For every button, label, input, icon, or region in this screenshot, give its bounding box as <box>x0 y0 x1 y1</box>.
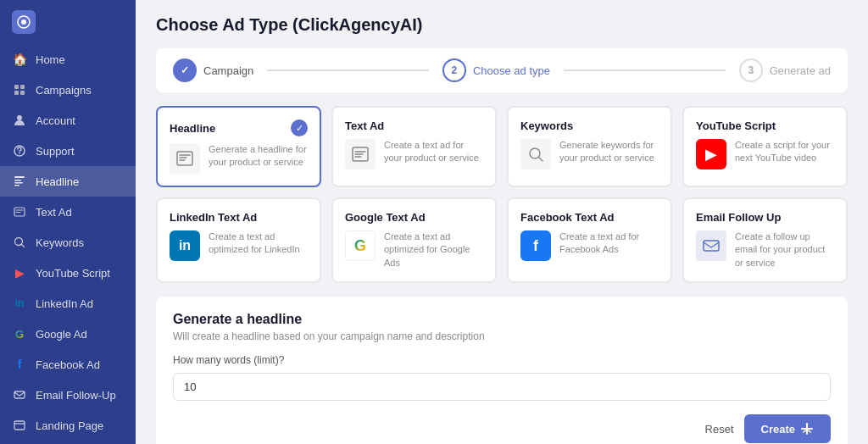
svg-point-1 <box>21 19 26 25</box>
ad-type-google-header: Google Text Ad <box>345 211 483 224</box>
campaigns-icon <box>12 82 27 97</box>
sidebar-item-account[interactable]: Account <box>0 105 136 136</box>
ad-type-youtube-name: YouTube Script <box>696 119 776 132</box>
sidebar-item-linkedin-label: LinkedIn Ad <box>36 297 93 310</box>
sidebar-item-email-label: Email Follow-Up <box>36 389 116 402</box>
textad-icon <box>12 204 27 219</box>
svg-rect-4 <box>14 91 19 95</box>
step-2-label: Choose ad type <box>473 64 550 77</box>
step-2: 2 Choose ad type <box>442 58 550 82</box>
ad-type-youtube[interactable]: YouTube Script ▶ Create a script for you… <box>682 106 848 187</box>
ad-type-keywords-content: Generate keywords for your product or se… <box>520 139 659 169</box>
ad-type-youtube-content: ▶ Create a script for your next YouTube … <box>696 139 834 169</box>
ad-type-textad[interactable]: Text Ad Create a text ad for your produc… <box>331 106 497 187</box>
svg-rect-5 <box>20 91 25 95</box>
ad-type-keywords-header: Keywords <box>520 119 659 132</box>
ad-type-keywords[interactable]: Keywords Generate keywords for your prod… <box>507 106 672 187</box>
ad-type-google-content: G Create a text ad optimized for Google … <box>345 230 483 269</box>
svg-point-6 <box>17 115 22 120</box>
sidebar-item-support[interactable]: Support <box>0 136 136 166</box>
sidebar-item-google[interactable]: G Google Ad <box>0 319 136 349</box>
landing-icon <box>12 418 27 433</box>
headline-icon <box>12 174 27 189</box>
ad-type-grid: Headline ✓ Generate a headline for your … <box>156 106 848 283</box>
linkedin-icon: in <box>12 296 27 311</box>
ad-type-facebook-header: Facebook Text Ad <box>520 211 659 224</box>
sidebar-item-google-label: Google Ad <box>36 328 87 341</box>
sidebar-item-linkedin[interactable]: in LinkedIn Ad <box>0 288 136 319</box>
ad-type-email[interactable]: Email Follow Up Create a follow up email… <box>682 197 848 283</box>
ad-type-linkedin-desc: Create a text ad optimized for LinkedIn <box>209 230 308 257</box>
create-label: Create <box>761 423 795 436</box>
sidebar-item-campaigns-label: Campaigns <box>36 84 92 97</box>
sidebar-item-headline[interactable]: Headline <box>0 166 136 197</box>
ad-type-keywords-name: Keywords <box>520 119 573 132</box>
step-2-circle: 2 <box>442 58 466 82</box>
sidebar-item-support-label: Support <box>36 145 75 158</box>
step-arrow-1 <box>267 69 429 71</box>
ad-type-textad-desc: Create a text ad for your product or ser… <box>384 139 483 165</box>
step-3-circle: 3 <box>739 58 763 82</box>
sidebar-item-landing[interactable]: Landing Page <box>0 410 136 441</box>
sidebar-item-keywords-label: Keywords <box>36 236 84 249</box>
generate-title: Generate a headline <box>173 312 831 327</box>
ad-type-headline-content: Generate a headline for your product or … <box>170 143 308 174</box>
stepper: ✓ Campaign 2 Choose ad type 3 Generate a… <box>156 48 848 92</box>
ad-type-textad-header: Text Ad <box>345 119 483 132</box>
ad-type-google-name: Google Text Ad <box>345 211 426 224</box>
svg-rect-14 <box>14 391 25 398</box>
ad-type-textad-content: Create a text ad for your product or ser… <box>345 139 483 169</box>
ad-type-linkedin-header: LinkedIn Text Ad <box>170 211 308 224</box>
sidebar-item-facebook-label: Facebook Ad <box>36 358 100 371</box>
svg-rect-11 <box>14 185 19 186</box>
svg-rect-8 <box>14 176 25 178</box>
sidebar-item-account-label: Account <box>36 114 75 127</box>
create-button[interactable]: Create <box>744 414 831 443</box>
svg-rect-15 <box>14 421 25 430</box>
sidebar-item-home[interactable]: 🏠 Home <box>0 44 136 75</box>
create-icon <box>800 422 814 436</box>
ad-type-facebook[interactable]: Facebook Text Ad f Create a text ad for … <box>507 197 672 283</box>
svg-rect-9 <box>14 180 21 181</box>
sidebar-item-headline-label: Headline <box>36 175 79 188</box>
svg-rect-3 <box>20 85 25 89</box>
sidebar-item-doneforyou[interactable]: Done For You Niches <box>0 441 136 444</box>
svg-rect-20 <box>704 241 719 251</box>
svg-rect-2 <box>14 85 19 89</box>
ad-type-email-name: Email Follow Up <box>696 211 781 224</box>
ad-type-textad-name: Text Ad <box>345 119 384 132</box>
sidebar-item-campaigns[interactable]: Campaigns <box>0 75 136 105</box>
account-icon <box>12 113 27 128</box>
generate-actions: Reset Create <box>173 414 831 443</box>
sidebar-item-email[interactable]: Email Follow-Up <box>0 380 136 410</box>
sidebar-item-landing-label: Landing Page <box>36 419 103 432</box>
ad-type-linkedin-content: in Create a text ad optimized for Linked… <box>170 230 308 261</box>
ad-type-facebook-icon: f <box>520 230 551 261</box>
ad-type-headline-name: Headline <box>170 122 215 135</box>
ad-type-facebook-desc: Create a text ad for Facebook Ads <box>559 230 659 257</box>
svg-rect-17 <box>177 152 192 165</box>
logo-icon <box>12 10 36 34</box>
sidebar-item-youtube-label: YouTube Script <box>36 267 110 280</box>
sidebar-item-keywords[interactable]: Keywords <box>0 227 136 258</box>
generate-subtitle: Will create a headline based on your cam… <box>173 330 831 342</box>
ad-type-headline[interactable]: Headline ✓ Generate a headline for your … <box>156 106 321 187</box>
home-icon: 🏠 <box>12 52 27 67</box>
step-1-label: Campaign <box>203 64 253 77</box>
ad-type-youtube-icon: ▶ <box>696 139 726 169</box>
ad-type-google-icon: G <box>345 230 376 261</box>
ad-type-google[interactable]: Google Text Ad G Create a text ad optimi… <box>331 197 497 283</box>
sidebar-item-youtube[interactable]: ▶ YouTube Script <box>0 258 136 288</box>
ad-type-linkedin[interactable]: LinkedIn Text Ad in Create a text ad opt… <box>156 197 321 283</box>
reset-button[interactable]: Reset <box>705 423 734 436</box>
step-arrow-2 <box>564 69 726 71</box>
ad-type-textad-icon <box>345 139 376 169</box>
sidebar-item-textad[interactable]: Text Ad <box>0 197 136 227</box>
ad-type-email-content: Create a follow up email for your produc… <box>696 230 834 269</box>
ad-type-headline-desc: Generate a headline for your product or … <box>209 143 308 169</box>
word-limit-input[interactable] <box>173 373 831 401</box>
email-icon <box>12 387 27 402</box>
sidebar-item-facebook[interactable]: f Facebook Ad <box>0 349 136 380</box>
ad-type-youtube-header: YouTube Script <box>696 119 834 132</box>
ad-type-email-desc: Create a follow up email for your produc… <box>735 230 834 269</box>
